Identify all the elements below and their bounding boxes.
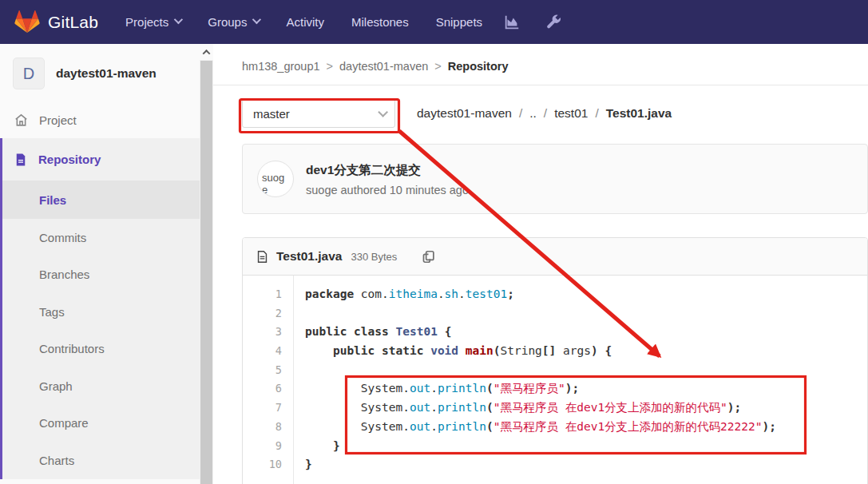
commit-author-avatar[interactable]: suoge	[257, 161, 294, 197]
breadcrumb: hm138_group1>daytest01-maven>Repository	[213, 44, 868, 85]
file-viewer: Test01.java 330 Bytes 12345678910 packag…	[242, 237, 868, 484]
code-token: println	[438, 420, 486, 433]
code-view: 12345678910 package com.itheima.sh.test0…	[243, 276, 867, 484]
code-line-7: System.out.println("黑马程序员 在dev1分支上添加的新的代…	[305, 399, 867, 418]
sidebar-item-repository[interactable]: Repository	[2, 138, 200, 181]
line-number[interactable]: 7	[243, 399, 293, 418]
code-line-8: System.out.println("黑马程序员 在dev1分支上添加的新的代…	[305, 418, 867, 437]
home-icon	[14, 113, 29, 128]
path-segment[interactable]: ..	[529, 106, 537, 120]
code-token: );	[763, 420, 776, 433]
line-number[interactable]: 4	[243, 342, 293, 361]
line-number[interactable]: 3	[243, 323, 293, 342]
line-number[interactable]: 5	[243, 361, 293, 380]
sidebar-item-charts[interactable]: Charts	[2, 442, 200, 479]
sidebar-item-branches[interactable]: Branches	[2, 256, 200, 294]
nav-item-activity[interactable]: Activity	[286, 15, 324, 29]
top-navbar: GitLab ProjectsGroupsActivityMilestonesS…	[0, 0, 868, 44]
sidebar-scrollbar	[200, 44, 213, 484]
nav-item-milestones[interactable]: Milestones	[351, 15, 409, 29]
code-token: System.	[305, 382, 410, 395]
breadcrumb-segment[interactable]: hm138_group1	[242, 60, 320, 73]
code-token: );	[727, 401, 741, 414]
sidebar-item-compare[interactable]: Compare	[2, 405, 200, 442]
path-segment[interactable]: Test01.java	[606, 106, 672, 120]
line-number[interactable]: 2	[243, 304, 293, 323]
breadcrumb-separator: >	[327, 60, 333, 73]
main-content: hm138_group1>daytest01-maven>Repository …	[213, 44, 868, 484]
primary-nav: ProjectsGroupsActivityMilestonesSnippets	[125, 15, 482, 29]
nav-item-label: Activity	[286, 15, 324, 29]
code-token: }	[333, 439, 340, 452]
code-token: itheima	[389, 288, 438, 300]
code-line-5	[305, 361, 867, 380]
line-number[interactable]: 1	[243, 285, 293, 304]
code-token	[458, 344, 466, 357]
nav-item-projects[interactable]: Projects	[125, 15, 180, 29]
code-token: System.	[305, 420, 410, 433]
code-token: main	[466, 344, 493, 357]
code-token: "黑马程序员"	[493, 382, 565, 395]
line-number[interactable]: 8	[243, 418, 293, 437]
nav-item-label: Snippets	[436, 15, 482, 29]
code-line-1: package com.itheima.sh.test01;	[305, 285, 867, 304]
path-separator: /	[595, 106, 598, 120]
nav-item-label: Milestones	[351, 15, 409, 29]
path-segment[interactable]: daytest01-maven	[417, 106, 512, 120]
line-number[interactable]: 9	[243, 437, 293, 456]
line-number[interactable]: 6	[243, 379, 293, 399]
project-header[interactable]: D daytest01-maven	[0, 44, 200, 101]
code-token: println	[438, 382, 486, 395]
sidebar-item-commits[interactable]: Commits	[2, 219, 200, 256]
scrollbar-thumb[interactable]	[200, 61, 212, 484]
scrollbar-up-arrow[interactable]	[200, 44, 213, 60]
sidebar-section-repository: Repository FilesCommitsBranchesTagsContr…	[0, 138, 200, 479]
sidebar-item-tags[interactable]: Tags	[2, 293, 200, 331]
nav-item-groups[interactable]: Groups	[208, 15, 259, 29]
sidebar-item-contributors[interactable]: Contributors	[2, 331, 200, 368]
code-token: }	[305, 458, 312, 470]
code-token: (	[486, 420, 493, 433]
code-token: sh	[445, 288, 458, 300]
code-token	[305, 344, 333, 357]
code-token: com.	[354, 288, 389, 300]
copy-to-clipboard-icon	[422, 250, 435, 264]
project-avatar-initial: D	[23, 65, 34, 83]
breadcrumb-segment[interactable]: daytest01-maven	[339, 60, 428, 73]
code-token: {	[445, 325, 452, 338]
commit-meta: suoge authored 10 minutes ago	[306, 184, 469, 196]
sidebar-item-project[interactable]: Project	[0, 101, 200, 138]
nav-item-label: Groups	[208, 15, 247, 29]
avatar-alt-text: suoge	[258, 161, 285, 196]
code-token: "黑马程序员 在dev1分支上添加的新的代码22222"	[493, 420, 763, 433]
breadcrumb-segment[interactable]: Repository	[448, 60, 509, 73]
project-avatar: D	[13, 58, 45, 89]
chevron-down-icon	[174, 15, 183, 24]
nav-item-snippets[interactable]: Snippets	[436, 15, 482, 29]
code-token: package	[305, 288, 354, 300]
gitlab-brand[interactable]: GitLab	[14, 10, 98, 34]
activity-chart-icon[interactable]	[503, 14, 521, 31]
code-token	[305, 439, 333, 452]
line-number[interactable]: 10	[243, 455, 293, 474]
code-line-6: System.out.println("黑马程序员");	[305, 379, 867, 399]
project-sidebar: D daytest01-maven Project Repository Fil…	[0, 44, 200, 484]
sidebar-item-graph[interactable]: Graph	[2, 367, 200, 405]
path-segment[interactable]: test01	[554, 106, 588, 120]
code-token	[438, 325, 445, 338]
code-token: {	[604, 344, 612, 357]
copy-to-clipboard-button[interactable]	[422, 250, 435, 264]
sidebar-item-files[interactable]: Files	[2, 181, 200, 219]
sidebar-item-label: Repository	[38, 153, 101, 166]
code-token: );	[565, 382, 579, 395]
branch-selector[interactable]: master	[242, 99, 395, 128]
commit-title[interactable]: dev1分支第二次提交	[306, 162, 469, 179]
branch-selector-value: master	[253, 107, 290, 121]
code-token: []	[542, 344, 556, 357]
admin-wrench-icon[interactable]	[545, 14, 561, 30]
code-token: .	[430, 382, 438, 395]
code-token: println	[438, 401, 486, 414]
code-token: System.	[305, 401, 410, 414]
repository-sub-menu: FilesCommitsBranchesTagsContributorsGrap…	[2, 181, 200, 479]
nav-item-label: Projects	[125, 15, 168, 29]
